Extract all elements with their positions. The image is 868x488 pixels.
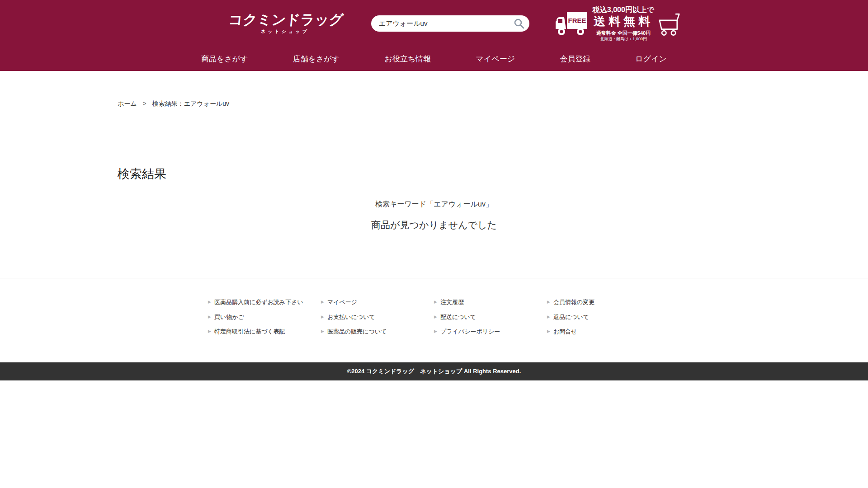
footer-link-contact[interactable]: ▶ お問合せ	[547, 328, 660, 335]
breadcrumb-current: 検索結果：エアウォールuv	[152, 100, 229, 107]
footer-column-1: ▶ 医薬品購入前に必ずお読み下さい ▶ 買い物かご ▶ 特定商取引法に基づく表記	[208, 299, 321, 335]
footer-links: ▶ 医薬品購入前に必ずお読み下さい ▶ 買い物かご ▶ 特定商取引法に基づく表記…	[0, 278, 868, 362]
footer-link-label: 医薬品の販売について	[327, 328, 387, 335]
search-button[interactable]	[513, 18, 525, 29]
arrow-right-icon: ▶	[321, 315, 324, 319]
footer-link-label: マイページ	[327, 299, 357, 306]
logo-title: コクミンドラッグ	[228, 13, 344, 27]
breadcrumb: ホーム > 検索結果：エアウォールuv	[118, 71, 750, 108]
arrow-right-icon: ▶	[434, 329, 437, 333]
nav-item-products[interactable]: 商品をさがす	[201, 54, 248, 64]
footer-link-payment[interactable]: ▶ お支払いについて	[321, 314, 434, 321]
free-shipping-banner: FREE 税込3,000円以上で 送料無料 通常料金 全国一律540円 北海道・…	[555, 6, 654, 41]
shipping-line4: 北海道・離島は＋1,000円	[593, 37, 654, 41]
no-results-message: 商品が見つかりませんでした	[118, 209, 750, 231]
shipping-line3: 通常料金 全国一律540円	[593, 30, 654, 36]
free-shipping-truck-icon: FREE	[555, 11, 588, 36]
footer-link-commercial-law[interactable]: ▶ 特定商取引法に基づく表記	[208, 328, 321, 335]
page-title: 検索結果	[118, 166, 750, 182]
footer-link-label: 医薬品購入前に必ずお読み下さい	[214, 299, 303, 306]
main-nav: 商品をさがす 店舗をさがす お役立ち情報 マイページ 会員登録 ログイン	[201, 47, 667, 71]
footer-link-label: プライバシーポリシー	[440, 328, 500, 335]
footer-column-2: ▶ マイページ ▶ お支払いについて ▶ 医薬品の販売について	[321, 299, 434, 335]
footer-link-privacy-policy[interactable]: ▶ プライバシーポリシー	[434, 328, 547, 335]
arrow-right-icon: ▶	[208, 315, 211, 319]
free-badge-text: FREE	[568, 17, 586, 24]
search-input[interactable]	[371, 15, 529, 32]
footer-column-3: ▶ 注文履歴 ▶ 配送について ▶ プライバシーポリシー	[434, 299, 547, 335]
nav-item-info[interactable]: お役立ち情報	[385, 54, 431, 64]
header-top: コクミンドラッグ ネットショップ FREE	[208, 0, 660, 47]
search-keyword-text: 検索キーワード「エアウォールuv」	[118, 182, 750, 209]
cart-button[interactable]	[654, 10, 680, 37]
arrow-right-icon: ▶	[434, 300, 437, 304]
footer-link-mypage[interactable]: ▶ マイページ	[321, 299, 434, 306]
nav-item-login[interactable]: ログイン	[635, 54, 667, 64]
footer-link-drug-sales[interactable]: ▶ 医薬品の販売について	[321, 328, 434, 335]
footer-link-order-history[interactable]: ▶ 注文履歴	[434, 299, 547, 306]
footer-link-member-info[interactable]: ▶ 会員情報の変更	[547, 299, 660, 306]
arrow-right-icon: ▶	[208, 300, 211, 304]
cart-icon	[654, 31, 680, 38]
breadcrumb-home[interactable]: ホーム	[118, 100, 137, 107]
breadcrumb-separator: >	[143, 100, 146, 107]
footer-link-label: 配送について	[440, 314, 476, 321]
arrow-right-icon: ▶	[321, 300, 324, 304]
arrow-right-icon: ▶	[321, 329, 324, 333]
footer-link-label: 会員情報の変更	[553, 299, 594, 306]
logo-subtitle: ネットショップ	[227, 28, 343, 35]
nav-item-mypage[interactable]: マイページ	[476, 54, 515, 64]
nav-item-stores[interactable]: 店舗をさがす	[293, 54, 340, 64]
footer-link-delivery[interactable]: ▶ 配送について	[434, 314, 547, 321]
shipping-line2: 送料無料	[593, 15, 654, 28]
search-icon	[513, 24, 525, 31]
search-results: 検索結果 検索キーワード「エアウォールuv」 商品が見つかりませんでした	[118, 108, 750, 231]
footer-link-cart[interactable]: ▶ 買い物かご	[208, 314, 321, 321]
footer-link-drug-notice[interactable]: ▶ 医薬品購入前に必ずお読み下さい	[208, 299, 321, 306]
arrow-right-icon: ▶	[434, 315, 437, 319]
shipping-line1: 税込3,000円以上で	[593, 6, 654, 14]
footer-link-label: お問合せ	[553, 328, 577, 335]
site-logo[interactable]: コクミンドラッグ ネットショップ	[227, 13, 344, 35]
nav-item-register[interactable]: 会員登録	[560, 54, 590, 64]
footer-link-label: 返品について	[553, 314, 589, 321]
footer-column-4: ▶ 会員情報の変更 ▶ 返品について ▶ お問合せ	[547, 299, 660, 335]
copyright-text: ©2024 コクミンドラッグ ネットショップ All Rights Reserv…	[347, 367, 521, 375]
footer-link-label: 注文履歴	[440, 299, 464, 306]
copyright-bar: ©2024 コクミンドラッグ ネットショップ All Rights Reserv…	[0, 362, 868, 380]
footer-link-returns[interactable]: ▶ 返品について	[547, 314, 660, 321]
arrow-right-icon: ▶	[547, 315, 550, 319]
arrow-right-icon: ▶	[547, 329, 550, 333]
site-header: コクミンドラッグ ネットショップ FREE	[0, 0, 868, 71]
footer-columns: ▶ 医薬品購入前に必ずお読み下さい ▶ 買い物かご ▶ 特定商取引法に基づく表記…	[208, 299, 660, 335]
footer-link-label: お支払いについて	[327, 314, 375, 321]
arrow-right-icon: ▶	[547, 300, 550, 304]
shipping-text: 税込3,000円以上で 送料無料 通常料金 全国一律540円 北海道・離島は＋1…	[593, 6, 654, 41]
arrow-right-icon: ▶	[208, 329, 211, 333]
footer-link-label: 買い物かご	[214, 314, 244, 321]
footer-link-label: 特定商取引法に基づく表記	[214, 328, 285, 335]
search-bar	[371, 15, 529, 32]
